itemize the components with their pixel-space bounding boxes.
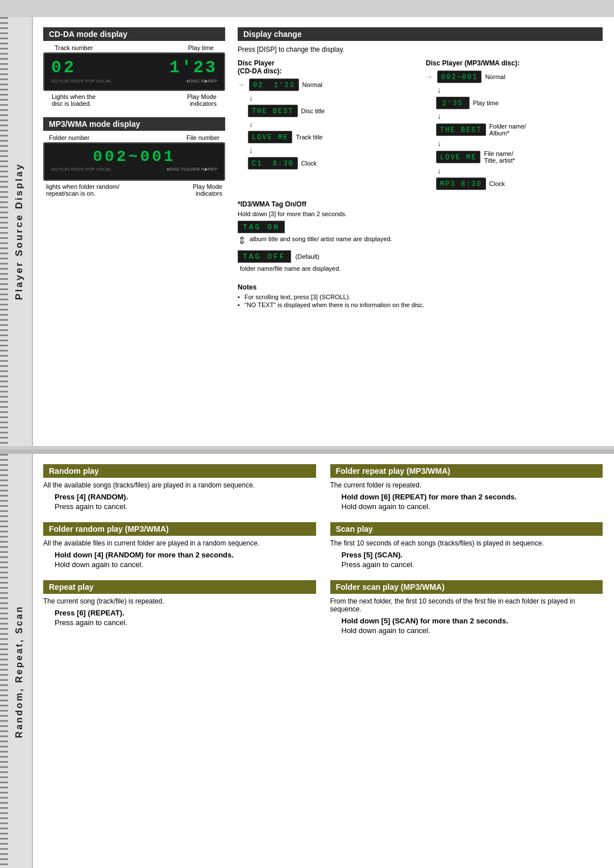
cdda-note3: Play Mode	[187, 93, 217, 100]
folder-scan-hold: Hold down [5] (SCAN) for more than 2 sec…	[342, 617, 603, 625]
mp3-note1: lights when folder random/	[46, 183, 119, 190]
vertical-label-random: Random, Repeat, Scan	[0, 454, 33, 868]
cdda-row-1-lcd: 02 1'23	[249, 78, 299, 91]
mp3-lcd-right: ●DISC FOLDER R▶REP	[167, 167, 217, 172]
bottom-right-col: Folder repeat play (MP3/WMA) The current…	[330, 464, 603, 646]
cdda-lcd-track: 02	[51, 58, 76, 77]
mp3-row-4-lcd: LOVE ME	[436, 151, 480, 163]
mp3-lcd-text: 002~001	[93, 148, 176, 166]
cdda-lcd-icons: SQ FLAT ROCK POP VOCAL	[51, 78, 111, 84]
random-cancel: Press again to cancel.	[55, 502, 316, 511]
cdda-lcd-right: ●DISC R▶REP	[186, 78, 217, 84]
random-play-header: Random play	[43, 464, 316, 478]
cdda-row-4-lcd: C1 8:30	[248, 157, 298, 170]
scan-play-section: Scan play The first 10 seconds of each s…	[330, 522, 603, 569]
cdda-lcd-display: 02 1'23 SQ FLAT ROCK POP VOCAL ●DISC R▶R…	[43, 52, 225, 91]
disc-player-sub: (CD-DA disc):	[238, 67, 282, 75]
note-1: • For scrolling text, press [3] (SCROLL)…	[238, 294, 603, 300]
scan-play-desc: The first 10 seconds of each songs (trac…	[330, 539, 603, 547]
folder-repeat-desc: The current folder is repeated.	[330, 481, 603, 489]
mp3-lcd-icons: SQ FLAT ROCK POP VOCAL	[51, 167, 111, 172]
notes-section: Notes • For scrolling text, press [3] (S…	[238, 283, 603, 308]
cdda-section: CD-DA mode display Track number Play tim…	[43, 27, 225, 107]
cdda-row-3-label: Track title	[296, 134, 322, 140]
scan-press: Press [5] (SCAN).	[342, 551, 603, 559]
folder-random-hold: Hold down [4] (RANDOM) for more than 2 s…	[55, 551, 316, 559]
mp3-row-2-lcd: 2'35	[436, 97, 470, 109]
top-section: Player Source Display CD-DA mode display…	[0, 17, 614, 449]
bottom-content-area: Random play All the available songs (tra…	[33, 454, 614, 868]
vertical-label-text: Player Source Display	[14, 163, 25, 300]
random-press: Press [4] (RANDOM).	[55, 493, 316, 501]
top-content-area: CD-DA mode display Track number Play tim…	[33, 17, 614, 446]
folder-repeat-header: Folder repeat play (MP3/WMA)	[330, 464, 603, 478]
mp3-row-1-label: Normal	[485, 73, 505, 80]
mp3-folder-label: Folder number	[49, 134, 90, 141]
mp3-row-4-label: File name/Title, artist*	[484, 150, 515, 164]
folder-repeat-section: Folder repeat play (MP3/WMA) The current…	[330, 464, 603, 511]
folder-repeat-hold: Hold down [6] (REPEAT) for more than 2 s…	[342, 493, 603, 501]
random-play-desc: All the available songs (tracks/files) a…	[43, 481, 316, 489]
note-2: • "NO TEXT" is displayed when there is n…	[238, 301, 603, 308]
tag-off-default: (Default)	[296, 253, 320, 260]
mp3-row-3-lcd: THE BEST	[436, 123, 486, 136]
folder-repeat-cancel: Hold down again to cancel.	[342, 502, 603, 511]
cdda-playtime-label: Play time	[188, 44, 214, 51]
mp3-note3: Play Mode	[193, 183, 222, 190]
mp3-row-1-lcd: 002~001	[437, 71, 482, 83]
cdda-note1: Lights when the	[52, 93, 96, 100]
folder-random-desc: All the available files in current folde…	[43, 539, 316, 547]
repeat-play-desc: The current song (track/file) is repeate…	[43, 597, 316, 605]
cdda-header: CD-DA mode display	[43, 27, 225, 41]
tag-on-desc: album title and song title/ artist name …	[250, 235, 392, 242]
cdda-row-2-lcd: THE BEST	[248, 105, 298, 117]
repeat-play-section: Repeat play The current song (track/file…	[43, 580, 316, 627]
cdda-row-3-lcd: LOVE ME	[248, 131, 292, 143]
cdda-lcd-time: 1'23	[169, 58, 217, 77]
display-change-header: Display change	[238, 27, 603, 41]
notes-title: Notes	[238, 283, 603, 291]
mp3-note2: repeat/scan is on.	[46, 190, 119, 197]
tag-off-display: TAG OFF	[238, 250, 291, 263]
mp3-header: MP3/WMA mode display	[43, 117, 225, 131]
cdda-row-2-label: Disc title	[301, 108, 325, 114]
cdda-note2: disc is loaded.	[52, 100, 96, 107]
tag-off-desc: folder name/file name are displayed.	[240, 265, 603, 272]
cdda-display-col: Disc Player (CD-DA disc): → 02 1'23 Norm…	[238, 59, 414, 192]
folder-random-header: Folder random play (MP3/WMA)	[43, 522, 316, 536]
scan-play-header: Scan play	[330, 522, 603, 536]
vertical-label-player: Player Source Display	[0, 17, 33, 446]
vertical-label-random-text: Random, Repeat, Scan	[14, 605, 24, 738]
bottom-left-col: Random play All the available songs (tra…	[43, 464, 316, 646]
cdda-row-4-label: Clock	[301, 160, 317, 167]
mp3-note4: indicators	[193, 190, 222, 197]
mp3-row-5-lcd: MP3 8:30	[436, 177, 486, 190]
repeat-cancel: Press again to cancel.	[55, 618, 316, 627]
random-play-section: Random play All the available songs (tra…	[43, 464, 316, 511]
folder-scan-header: Folder scan play (MP3/WMA)	[330, 580, 603, 594]
right-panel: Display change Press [DISP] to change th…	[238, 27, 603, 309]
id3-title: *ID3/WMA Tag On/Off	[238, 200, 603, 208]
left-panel: CD-DA mode display Track number Play tim…	[43, 27, 225, 309]
cdda-note4: indicators	[187, 100, 217, 107]
bottom-section: Random, Repeat, Scan Random play All the…	[0, 454, 614, 868]
tag-on-display: TAG ON	[238, 221, 285, 233]
updown-arrow-icon: ⇕	[238, 234, 246, 247]
folder-random-section: Folder random play (MP3/WMA) All the ava…	[43, 522, 316, 569]
mp3-row-5-label: Clock	[489, 180, 505, 187]
mp3-display-col: Disc Player (MP3/WMA disc): → 002~001 No…	[426, 59, 603, 192]
repeat-play-header: Repeat play	[43, 580, 316, 594]
disc-player-mp3-header: Disc Player (MP3/WMA disc):	[426, 59, 520, 67]
scan-cancel: Press again to cancel.	[342, 560, 603, 569]
top-gray-bar	[0, 0, 614, 17]
cdda-row-1-label: Normal	[302, 81, 322, 88]
disc-player-header: Disc Player	[238, 59, 275, 67]
id3-body: Hold down [3] for more than 2 seconds.	[238, 210, 603, 217]
folder-scan-cancel: Hold down again to cancel.	[342, 626, 603, 635]
display-intro: Press [DISP] to change the display.	[238, 46, 603, 53]
folder-scan-desc: From the next folder, the first 10 secon…	[330, 597, 603, 613]
cdda-track-label: Track number	[55, 44, 93, 51]
section-divider	[0, 449, 614, 454]
folder-random-cancel: Hold down again to cancel.	[55, 560, 316, 569]
mp3-row-2-label: Play time	[473, 100, 499, 106]
